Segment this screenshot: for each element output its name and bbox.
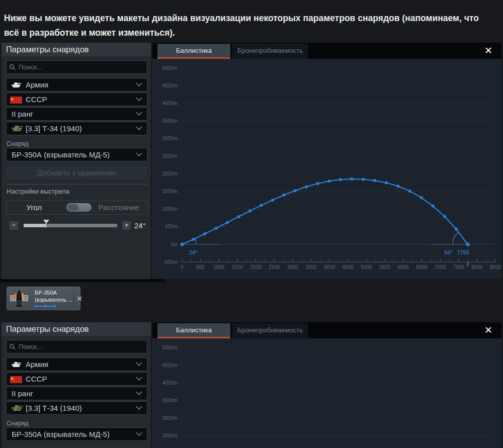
svg-text:-500m: -500m — [163, 259, 178, 265]
svg-text:5000m: 5000m — [162, 345, 178, 350]
vehicle-dropdown[interactable]: [3.3] Т-34 (1940) — [6, 401, 147, 415]
chevron-down-icon — [136, 376, 142, 382]
svg-text:1000m: 1000m — [162, 206, 178, 212]
shell-label: Снаряд — [7, 420, 29, 427]
chip-shell-name: БР-350А — [35, 290, 57, 296]
nation-dropdown[interactable]: СССР — [6, 372, 147, 386]
angle-plus-button[interactable]: + — [122, 221, 131, 230]
rank-value: II ранг — [12, 387, 33, 400]
chevron-down-icon — [136, 152, 142, 157]
svg-text:7500: 7500 — [453, 264, 465, 270]
svg-text:4000: 4000 — [324, 264, 336, 270]
svg-text:3500m: 3500m — [162, 118, 178, 124]
shot-settings-title: Настройки выстрела — [7, 188, 69, 195]
svg-text:2000m: 2000m — [162, 171, 178, 176]
chevron-down-icon — [136, 405, 142, 411]
svg-text:4500m: 4500m — [162, 83, 178, 88]
angle-slider-thumb[interactable] — [43, 220, 49, 224]
chart-pane: Баллистика Бронепробиваемость ✕ 5000m450… — [152, 322, 501, 448]
tank-silhouette-icon — [10, 361, 22, 368]
chevron-down-icon — [136, 82, 142, 87]
chevron-down-icon — [136, 362, 142, 367]
nation-value: СССР — [26, 373, 47, 385]
tank-silhouette-icon — [10, 81, 22, 88]
add-to-comparison-button[interactable]: Добавить к сравнению — [6, 166, 147, 180]
svg-text:8000: 8000 — [471, 264, 483, 270]
chevron-down-icon — [136, 431, 142, 437]
rank-value: II ранг — [12, 108, 33, 120]
shell-label: Снаряд — [7, 140, 29, 147]
search-icon — [9, 64, 16, 70]
shell-params-panel-1: Параметры снарядов Армия СССР — [0, 43, 503, 279]
svg-text:2500: 2500 — [269, 264, 280, 270]
svg-text:6000: 6000 — [398, 264, 409, 270]
chip-trajectory-icon — [34, 304, 56, 308]
svg-text:1000: 1000 — [213, 264, 225, 270]
search-input[interactable] — [6, 340, 147, 353]
branch-dropdown[interactable]: Армия — [6, 357, 147, 371]
nation-value: СССР — [26, 93, 47, 106]
chevron-down-icon — [136, 391, 142, 396]
vehicle-dropdown[interactable]: [3.3] Т-34 (1940) — [6, 122, 147, 135]
mode-angle-option[interactable]: Угол — [7, 201, 62, 214]
sidebar-title: Параметры снарядов — [2, 322, 151, 336]
shot-mode-row: Угол Расстояние — [6, 201, 148, 215]
branch-dropdown[interactable]: Армия — [6, 78, 147, 92]
rank-dropdown[interactable]: II ранг — [6, 107, 147, 121]
svg-text:4500m: 4500m — [162, 363, 178, 368]
comparison-shell-chip[interactable]: БР-350А (взрыватель ... ✕ — [7, 287, 80, 310]
shell-dropdown[interactable]: БР-350А (взрыватель МД-5) — [6, 148, 147, 161]
svg-text:24°: 24° — [189, 249, 198, 255]
chip-close-icon[interactable]: ✕ — [74, 293, 85, 304]
nation-dropdown[interactable]: СССР — [6, 93, 147, 106]
ballistics-chart: 5000m4500m4000m3500m3000m2500m2000m1500m… — [152, 59, 501, 279]
sidebar-title: Параметры снарядов — [2, 43, 151, 56]
svg-text:500: 500 — [196, 264, 205, 270]
shell-dropdown[interactable]: БР-350А (взрыватель МД-5) — [6, 427, 147, 441]
mode-toggle[interactable] — [66, 203, 92, 212]
mode-distance-option[interactable]: Расстояние — [92, 201, 145, 214]
branch-value: Армия — [26, 358, 48, 371]
vehicle-value: [3.3] Т-34 (1940) — [26, 402, 82, 414]
svg-text:5000: 5000 — [361, 264, 372, 270]
add-to-comparison-button[interactable]: Добавить к сравнению — [6, 445, 147, 448]
search-input[interactable] — [6, 60, 147, 74]
rank-dropdown[interactable]: II ранг — [6, 387, 147, 400]
svg-text:1500: 1500 — [232, 264, 243, 270]
svg-text:5500: 5500 — [379, 264, 391, 270]
close-icon[interactable]: ✕ — [482, 44, 494, 57]
svg-text:4500: 4500 — [343, 264, 354, 270]
angle-minus-button[interactable]: − — [10, 221, 18, 230]
tab-penetration[interactable]: Бронепробиваемость — [232, 44, 308, 59]
branch-value: Армия — [26, 78, 48, 91]
tab-ballistics[interactable]: Баллистика — [157, 44, 230, 57]
chevron-down-icon — [136, 126, 142, 131]
close-icon[interactable]: ✕ — [482, 324, 494, 337]
angle-slider-track[interactable] — [24, 224, 117, 227]
svg-text:500m: 500m — [165, 224, 178, 229]
ussr-flag-icon — [10, 97, 22, 104]
svg-text:5000m: 5000m — [162, 65, 178, 71]
svg-text:2500m: 2500m — [162, 153, 178, 159]
tank-camo-icon — [10, 124, 24, 133]
tab-penetration[interactable]: Бронепробиваемость — [232, 323, 308, 338]
svg-text:56°: 56° — [444, 249, 453, 255]
angle-slider-thumb-line — [46, 220, 46, 228]
tab-strip: Баллистика Бронепробиваемость ✕ — [152, 43, 501, 59]
svg-text:3500m: 3500m — [162, 398, 178, 403]
vehicle-value: [3.3] Т-34 (1940) — [26, 122, 82, 135]
chip-divider — [73, 289, 74, 309]
svg-text:3000m: 3000m — [162, 415, 178, 421]
sidebar: Параметры снарядов Армия СССР — [2, 322, 151, 448]
svg-text:7750: 7750 — [457, 249, 469, 255]
chevron-down-icon — [136, 111, 142, 117]
svg-text:6500: 6500 — [416, 264, 428, 270]
shell-value: БР-350А (взрыватель МД-5) — [12, 428, 110, 440]
tab-strip: Баллистика Бронепробиваемость ✕ — [152, 322, 501, 338]
tab-ballistics[interactable]: Баллистика — [157, 323, 230, 337]
shell-params-panel-2: Параметры снарядов Армия СССР — [0, 322, 503, 448]
sidebar: Параметры снарядов Армия СССР — [2, 43, 151, 279]
svg-text:0: 0 — [181, 264, 184, 270]
svg-text:0m: 0m — [171, 242, 178, 247]
intro-text: Ниже вы можете увидеть макеты дизайна ви… — [4, 11, 494, 40]
